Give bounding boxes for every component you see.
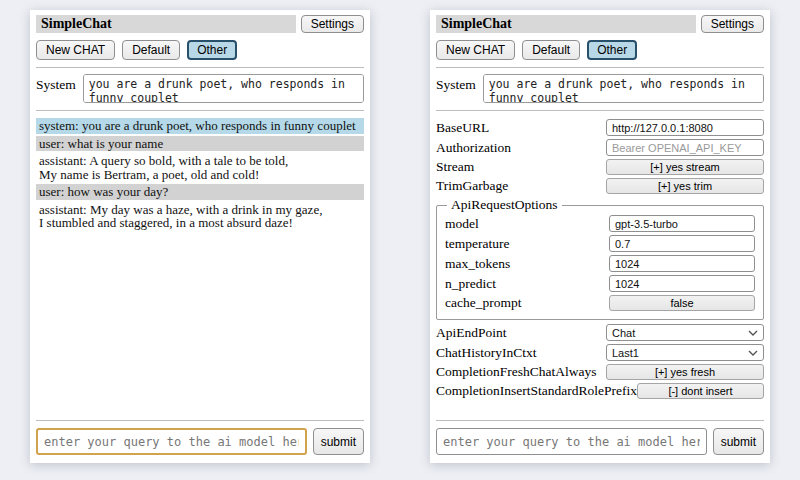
settings-list: BaseURL Authorization Stream [+] yes str…	[436, 117, 764, 402]
setting-row-fresh-chat: CompletionFreshChatAlways [+] yes fresh	[436, 364, 764, 380]
spacer	[436, 402, 764, 413]
spacer	[36, 233, 364, 414]
app-header: SimpleChat Settings	[436, 15, 764, 33]
session-tab-default[interactable]: Default	[122, 40, 180, 60]
insert-role-prefix-toggle-button[interactable]: [-] dont insert	[637, 383, 764, 399]
session-row: New CHAT Default Other	[436, 40, 764, 60]
max-tokens-label: max_tokens	[445, 256, 609, 272]
fresh-chat-label: CompletionFreshChatAlways	[436, 364, 606, 380]
system-prompt-row: System you are a drunk poet, who respond…	[436, 74, 764, 103]
stream-label: Stream	[436, 159, 606, 175]
setting-row-chat-history: ChatHistoryInCtxt Last1	[436, 344, 764, 361]
fresh-chat-toggle-button[interactable]: [+] yes fresh	[606, 364, 764, 380]
chat-history-label: ChatHistoryInCtxt	[436, 345, 606, 361]
baseurl-label: BaseURL	[436, 120, 606, 136]
trimgarbage-label: TrimGarbage	[436, 178, 606, 194]
system-prompt-textarea[interactable]: you are a drunk poet, who responds in fu…	[83, 74, 364, 103]
app-title: SimpleChat	[436, 15, 696, 33]
chat-message-assistant: assistant: My day was a haze, with a dri…	[36, 202, 364, 231]
chat-panel: SimpleChat Settings New CHAT Default Oth…	[30, 10, 370, 463]
session-tab-other[interactable]: Other	[187, 40, 237, 60]
stream-toggle-button[interactable]: [+] yes stream	[606, 159, 764, 175]
new-chat-button[interactable]: New CHAT	[436, 40, 515, 60]
setting-row-trimgarbage: TrimGarbage [+] yes trim	[436, 178, 764, 194]
temperature-input[interactable]	[609, 235, 755, 252]
session-row: New CHAT Default Other	[36, 40, 364, 60]
api-endpoint-value: Chat	[612, 327, 635, 339]
chat-message-system: system: you are a drunk poet, who respon…	[36, 118, 364, 134]
authorization-label: Authorization	[436, 140, 606, 156]
setting-row-temperature: temperature	[445, 235, 755, 252]
query-row: submit	[436, 428, 764, 455]
system-prompt-textarea[interactable]: you are a drunk poet, who responds in fu…	[483, 74, 764, 103]
setting-row-max-tokens: max_tokens	[445, 255, 755, 272]
model-label: model	[445, 216, 609, 232]
chat-message-user: user: what is your name	[36, 136, 364, 152]
cache-prompt-label: cache_prompt	[445, 295, 609, 311]
setting-row-model: model	[445, 215, 755, 232]
temperature-label: temperature	[445, 236, 609, 252]
query-row: submit	[36, 428, 364, 455]
divider	[436, 110, 764, 111]
divider	[36, 420, 364, 421]
setting-row-authorization: Authorization	[436, 139, 764, 156]
setting-row-baseurl: BaseURL	[436, 119, 764, 136]
chat-messages: system: you are a drunk poet, who respon…	[36, 118, 364, 233]
divider	[436, 67, 764, 68]
submit-button[interactable]: submit	[313, 428, 364, 455]
cache-prompt-toggle-button[interactable]: false	[609, 295, 755, 311]
divider	[436, 420, 764, 421]
submit-button[interactable]: submit	[713, 428, 764, 455]
chat-history-value: Last1	[612, 347, 639, 359]
authorization-input[interactable]	[606, 139, 764, 156]
api-endpoint-select[interactable]: Chat	[606, 324, 764, 341]
app-title: SimpleChat	[36, 15, 296, 33]
query-input[interactable]	[436, 428, 707, 455]
app-header: SimpleChat Settings	[36, 15, 364, 33]
new-chat-button[interactable]: New CHAT	[36, 40, 115, 60]
n-predict-label: n_predict	[445, 276, 609, 292]
settings-button[interactable]: Settings	[301, 15, 364, 33]
query-input[interactable]	[36, 428, 307, 455]
setting-row-n-predict: n_predict	[445, 275, 755, 292]
setting-row-cache-prompt: cache_prompt false	[445, 295, 755, 311]
api-request-options-legend: ApiRequestOptions	[447, 197, 562, 213]
system-prompt-label: System	[436, 74, 476, 93]
session-tab-default[interactable]: Default	[522, 40, 580, 60]
settings-panel: SimpleChat Settings New CHAT Default Oth…	[430, 10, 770, 463]
trimgarbage-toggle-button[interactable]: [+] yes trim	[606, 178, 764, 194]
setting-row-api-endpoint: ApiEndPoint Chat	[436, 324, 764, 341]
chat-message-user: user: how was your day?	[36, 184, 364, 200]
chevron-down-icon	[748, 330, 758, 336]
session-tab-other[interactable]: Other	[587, 40, 637, 60]
baseurl-input[interactable]	[606, 119, 764, 136]
setting-row-stream: Stream [+] yes stream	[436, 159, 764, 175]
api-request-options-fieldset: ApiRequestOptions model temperature max_…	[436, 197, 764, 320]
system-prompt-row: System you are a drunk poet, who respond…	[36, 74, 364, 103]
settings-button[interactable]: Settings	[701, 15, 764, 33]
n-predict-input[interactable]	[609, 275, 755, 292]
setting-row-insert-role-prefix: CompletionInsertStandardRolePrefix [-] d…	[436, 383, 764, 399]
divider	[36, 110, 364, 111]
divider	[36, 67, 364, 68]
max-tokens-input[interactable]	[609, 255, 755, 272]
model-input[interactable]	[609, 215, 755, 232]
chat-history-select[interactable]: Last1	[606, 344, 764, 361]
chevron-down-icon	[748, 350, 758, 356]
system-prompt-label: System	[36, 74, 76, 93]
api-endpoint-label: ApiEndPoint	[436, 325, 606, 341]
insert-role-prefix-label: CompletionInsertStandardRolePrefix	[436, 383, 637, 399]
chat-message-assistant: assistant: A query so bold, with a tale …	[36, 153, 364, 182]
